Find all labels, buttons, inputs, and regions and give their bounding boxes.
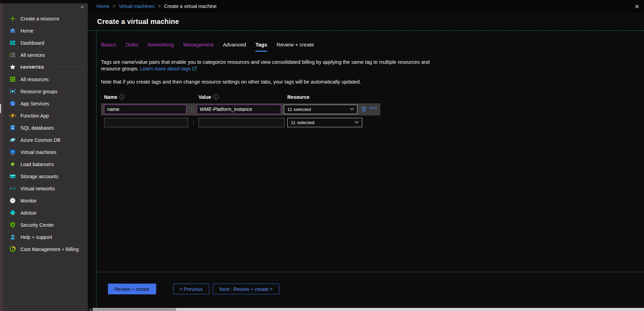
sidebar-item-dashboard[interactable]: Dashboard xyxy=(3,37,88,49)
tag-table: Name i Value i Resource :11 selected•••:… xyxy=(101,94,644,129)
all-resources-icon xyxy=(9,76,16,83)
footer-buttons: Review + create < Previous Next : Review… xyxy=(108,284,279,294)
value-column-label: Value xyxy=(198,94,211,100)
sidebar-item-label: All services xyxy=(20,52,45,58)
sidebar-item-resource-groups[interactable]: Resource groups xyxy=(3,85,88,97)
previous-button[interactable]: < Previous xyxy=(173,284,210,294)
sidebar-item-sql-databases[interactable]: SQLSQL databases xyxy=(3,122,88,134)
sidebar-item-label: App Services xyxy=(20,101,49,106)
sidebar-edge-strip xyxy=(0,0,3,311)
storage-accounts-icon xyxy=(9,173,16,180)
name-info-icon[interactable]: i xyxy=(119,94,125,100)
breadcrumb-home[interactable]: Home xyxy=(96,3,109,9)
name-value-separator: : xyxy=(186,106,196,112)
sidebar-item-home[interactable]: Home xyxy=(3,25,88,37)
sidebar: « Create a resourceHomeDashboardAll serv… xyxy=(0,0,88,311)
sidebar-item-cost-management-billing[interactable]: $Cost Management + Billing xyxy=(3,243,88,255)
tags-tab-panel: BasicsDisksNetworkingManagementAdvancedT… xyxy=(96,31,644,311)
tab-review-create[interactable]: Review + create xyxy=(277,42,314,52)
sidebar-item-label: Home xyxy=(20,28,33,34)
monitor-icon xyxy=(9,197,16,204)
chevron-down-icon xyxy=(350,108,354,111)
delete-row-icon[interactable] xyxy=(361,106,367,112)
tab-management[interactable]: Management xyxy=(183,42,214,52)
value-info-icon[interactable]: i xyxy=(213,94,219,100)
virtual-machines-icon xyxy=(9,149,16,155)
sidebar-item-label: Resource groups xyxy=(20,89,58,94)
scrollbar-thumb[interactable] xyxy=(93,308,176,311)
name-value-separator: : xyxy=(188,120,198,125)
column-header-value: Value i xyxy=(198,94,287,100)
tag-table-header: Name i Value i Resource xyxy=(101,94,644,100)
footer-divider xyxy=(96,272,644,272)
sidebar-item-virtual-networks[interactable]: Virtual networks xyxy=(3,182,88,195)
tag-name-input[interactable] xyxy=(104,118,188,127)
load-balancers-icon xyxy=(9,161,16,167)
sidebar-item-create-a-resource[interactable]: Create a resource xyxy=(3,12,88,25)
tag-value-input[interactable] xyxy=(198,118,285,127)
tab-advanced[interactable]: Advanced xyxy=(223,42,246,52)
sidebar-item-label: All resources xyxy=(20,77,49,82)
close-icon[interactable]: ✕ xyxy=(635,3,639,10)
sidebar-top-strip xyxy=(0,0,88,3)
tag-name-input[interactable] xyxy=(104,105,186,114)
azure-portal-page: « Create a resourceHomeDashboardAll serv… xyxy=(0,0,644,311)
resource-select[interactable]: 11 selected xyxy=(284,105,357,114)
sidebar-item-azure-cosmos-db[interactable]: Azure Cosmos DB xyxy=(3,134,88,146)
sidebar-item-label: Azure Cosmos DB xyxy=(20,137,60,143)
function-app-icon xyxy=(9,112,16,119)
row-actions: ••• xyxy=(361,106,378,112)
page-title: Create a virtual machine xyxy=(97,18,179,26)
resource-groups-icon xyxy=(9,88,16,95)
tab-networking[interactable]: Networking xyxy=(148,42,174,52)
next-button[interactable]: Next : Review + create > xyxy=(213,284,279,294)
external-link-icon xyxy=(192,66,197,70)
sidebar-item-all-resources[interactable]: All resources xyxy=(3,73,88,85)
breadcrumb-create-a-virtual-machine: Create a virtual machine xyxy=(164,3,217,9)
breadcrumb: Home>Virtual machines>Create a virtual m… xyxy=(88,0,644,12)
sidebar-item-virtual-machines[interactable]: Virtual machines xyxy=(3,146,88,158)
sidebar-item-load-balancers[interactable]: Load balancers xyxy=(3,158,88,170)
learn-more-link[interactable]: Learn more about tags xyxy=(140,66,191,71)
tag-value-input[interactable] xyxy=(197,105,281,114)
horizontal-scrollbar: ◀ xyxy=(88,308,644,311)
breadcrumb-separator: > xyxy=(158,3,161,9)
breadcrumb-separator: > xyxy=(113,3,115,9)
more-options-icon[interactable]: ••• xyxy=(370,108,378,110)
sidebar-item-function-app[interactable]: Function App xyxy=(3,110,88,122)
scrollbar-left-arrow-icon[interactable]: ◀ xyxy=(88,308,93,311)
wizard-tabs: BasicsDisksNetworkingManagementAdvancedT… xyxy=(101,42,644,52)
sidebar-collapse-icon[interactable]: « xyxy=(81,4,84,9)
sidebar-scroll-indicator xyxy=(0,104,1,113)
sidebar-item-all-services[interactable]: All services xyxy=(3,49,88,61)
tab-tags[interactable]: Tags xyxy=(255,42,267,52)
resource-column-label: Resource xyxy=(287,94,310,100)
sidebar-item-app-services[interactable]: App Services xyxy=(3,97,88,110)
tags-description: Tags are name/value pairs that enable yo… xyxy=(101,59,446,72)
tag-row: :11 selected xyxy=(101,116,380,129)
resource-select-value: 11 selected xyxy=(291,120,314,125)
sidebar-item-storage-accounts[interactable]: Storage accounts xyxy=(3,170,88,182)
name-column-label: Name xyxy=(104,94,117,100)
sidebar-item-security-center[interactable]: Security Center xyxy=(3,219,88,231)
sidebar-item-label: Storage accounts xyxy=(20,174,58,179)
sidebar-list: Create a resourceHomeDashboardAll servic… xyxy=(3,12,88,255)
svg-text:SQL: SQL xyxy=(11,128,15,129)
tab-disks[interactable]: Disks xyxy=(126,42,138,52)
virtual-networks-icon xyxy=(9,185,16,192)
tab-basics[interactable]: Basics xyxy=(101,42,116,52)
breadcrumb-virtual-machines[interactable]: Virtual machines xyxy=(119,3,154,9)
resource-select[interactable]: 11 selected xyxy=(287,118,362,127)
cost-management-icon: $ xyxy=(9,246,16,252)
sidebar-item-label: Dashboard xyxy=(20,40,44,46)
sidebar-item-label: FAVORITES xyxy=(20,65,44,69)
sidebar-item-help-support[interactable]: Help + support xyxy=(3,231,88,243)
title-bar: Create a virtual machine xyxy=(88,12,644,31)
review-create-button[interactable]: Review + create xyxy=(108,284,156,294)
sidebar-item-label: Create a resource xyxy=(20,16,59,21)
star-icon xyxy=(9,64,16,70)
sidebar-item-monitor[interactable]: Monitor xyxy=(3,195,88,207)
sidebar-item-advisor[interactable]: Advisor xyxy=(3,207,88,219)
sidebar-item-label: Advisor xyxy=(20,210,37,216)
sidebar-item-label: Virtual networks xyxy=(20,186,55,191)
